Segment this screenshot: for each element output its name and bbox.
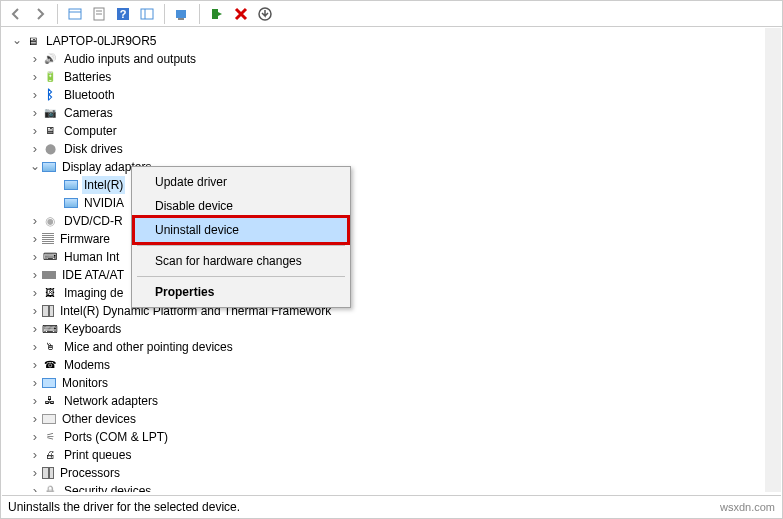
expand-icon[interactable] — [28, 284, 42, 303]
cam-icon — [42, 105, 58, 121]
scrollbar[interactable] — [766, 30, 780, 490]
expand-icon[interactable] — [28, 338, 42, 357]
category-node[interactable]: IDE ATA/AT — [6, 266, 765, 284]
expand-icon[interactable] — [10, 32, 24, 51]
category-label: Bluetooth — [62, 86, 117, 104]
modem-icon — [42, 357, 58, 373]
category-label: Firmware — [58, 230, 112, 248]
view-button[interactable] — [64, 3, 86, 25]
root-node[interactable]: LAPTOP-0LJR9OR5 — [6, 32, 765, 50]
uninstall-button[interactable] — [230, 3, 252, 25]
separator — [164, 4, 165, 24]
category-label: Audio inputs and outputs — [62, 50, 198, 68]
action-button[interactable] — [136, 3, 158, 25]
computer-icon — [24, 33, 40, 49]
svg-rect-9 — [176, 10, 186, 18]
expand-icon[interactable] — [28, 302, 42, 321]
category-label: Human Int — [62, 248, 121, 266]
forward-button[interactable] — [29, 3, 51, 25]
back-button[interactable] — [5, 3, 27, 25]
gpu-nvidia-node[interactable]: NVIDIA — [6, 194, 765, 212]
expand-icon[interactable] — [28, 122, 42, 141]
expand-icon[interactable] — [28, 356, 42, 375]
expand-icon[interactable] — [28, 68, 42, 87]
category-node[interactable]: Keyboards — [6, 320, 765, 338]
menu-item-properties[interactable]: Properties — [135, 280, 347, 304]
expand-icon[interactable] — [28, 50, 42, 69]
expand-icon[interactable] — [28, 212, 42, 231]
properties-button[interactable] — [88, 3, 110, 25]
expand-icon[interactable] — [28, 392, 42, 411]
expand-icon[interactable] — [28, 446, 42, 465]
category-label: Security devices — [62, 482, 153, 492]
expand-icon[interactable] — [28, 320, 42, 339]
expand-icon[interactable] — [28, 482, 42, 493]
category-node[interactable]: Other devices — [6, 410, 765, 428]
expand-icon[interactable] — [28, 428, 42, 447]
gpu-intel-node[interactable]: Intel(R) — [6, 176, 765, 194]
category-node[interactable]: Print queues — [6, 446, 765, 464]
enable-button[interactable] — [206, 3, 228, 25]
category-node[interactable]: Monitors — [6, 374, 765, 392]
expand-icon[interactable] — [28, 158, 42, 177]
update-button[interactable] — [254, 3, 276, 25]
expand-icon[interactable] — [28, 140, 42, 159]
help-button[interactable]: ? — [112, 3, 134, 25]
display-icon — [42, 162, 56, 172]
device-label: Intel(R) — [82, 176, 125, 194]
tree-panel: LAPTOP-0LJR9OR5 Audio inputs and outputs… — [2, 28, 781, 492]
category-label: IDE ATA/AT — [60, 266, 126, 284]
menu-item-disable-device[interactable]: Disable device — [135, 194, 347, 218]
category-label: Ports (COM & LPT) — [62, 428, 170, 446]
category-label: Batteries — [62, 68, 113, 86]
category-label: Other devices — [60, 410, 138, 428]
disk-icon — [42, 141, 58, 157]
category-node[interactable]: Processors — [6, 464, 765, 482]
net-icon — [42, 393, 58, 409]
kb-icon — [42, 321, 58, 337]
category-node[interactable]: Audio inputs and outputs — [6, 50, 765, 68]
category-node[interactable]: Mice and other pointing devices — [6, 338, 765, 356]
menu-item-uninstall-device[interactable]: Uninstall device — [135, 218, 347, 242]
menu-item-scan-for-hardware-changes[interactable]: Scan for hardware changes — [135, 249, 347, 273]
category-label: DVD/CD-R — [62, 212, 125, 230]
category-node[interactable]: Imaging de — [6, 284, 765, 302]
category-node[interactable]: Security devices — [6, 482, 765, 492]
display-adapters-node[interactable]: Display adapters — [6, 158, 765, 176]
menu-separator — [137, 245, 345, 246]
category-node[interactable]: Ports (COM & LPT) — [6, 428, 765, 446]
category-node[interactable]: Computer — [6, 122, 765, 140]
status-bar: Uninstalls the driver for the selected d… — [2, 495, 781, 517]
expand-icon[interactable] — [28, 248, 42, 267]
category-node[interactable]: DVD/CD-R — [6, 212, 765, 230]
device-label: NVIDIA — [82, 194, 126, 212]
menu-item-update-driver[interactable]: Update driver — [135, 170, 347, 194]
category-node[interactable]: Modems — [6, 356, 765, 374]
category-node[interactable]: Cameras — [6, 104, 765, 122]
expand-icon[interactable] — [28, 266, 42, 285]
expand-icon[interactable] — [28, 464, 42, 483]
category-label: Keyboards — [62, 320, 123, 338]
scan-button[interactable] — [171, 3, 193, 25]
status-text: Uninstalls the driver for the selected d… — [8, 500, 240, 514]
category-node[interactable]: Intel(R) Dynamic Platform and Thermal Fr… — [6, 302, 765, 320]
mon-icon — [42, 378, 56, 388]
expand-icon[interactable] — [28, 230, 42, 249]
category-node[interactable]: Batteries — [6, 68, 765, 86]
category-label: Print queues — [62, 446, 133, 464]
category-node[interactable]: Network adapters — [6, 392, 765, 410]
category-node[interactable]: Disk drives — [6, 140, 765, 158]
toolbar: ? — [1, 1, 782, 27]
svg-rect-7 — [141, 9, 153, 19]
category-label: Mice and other pointing devices — [62, 338, 235, 356]
expand-icon[interactable] — [28, 410, 42, 429]
category-node[interactable]: Bluetooth — [6, 86, 765, 104]
print-icon — [42, 447, 58, 463]
expand-icon[interactable] — [28, 104, 42, 123]
category-node[interactable]: Firmware — [6, 230, 765, 248]
expand-icon[interactable] — [28, 86, 42, 105]
expand-icon[interactable] — [28, 374, 42, 393]
context-menu: Update driverDisable deviceUninstall dev… — [131, 166, 351, 308]
watermark: wsxdn.com — [720, 501, 775, 513]
category-node[interactable]: Human Int — [6, 248, 765, 266]
